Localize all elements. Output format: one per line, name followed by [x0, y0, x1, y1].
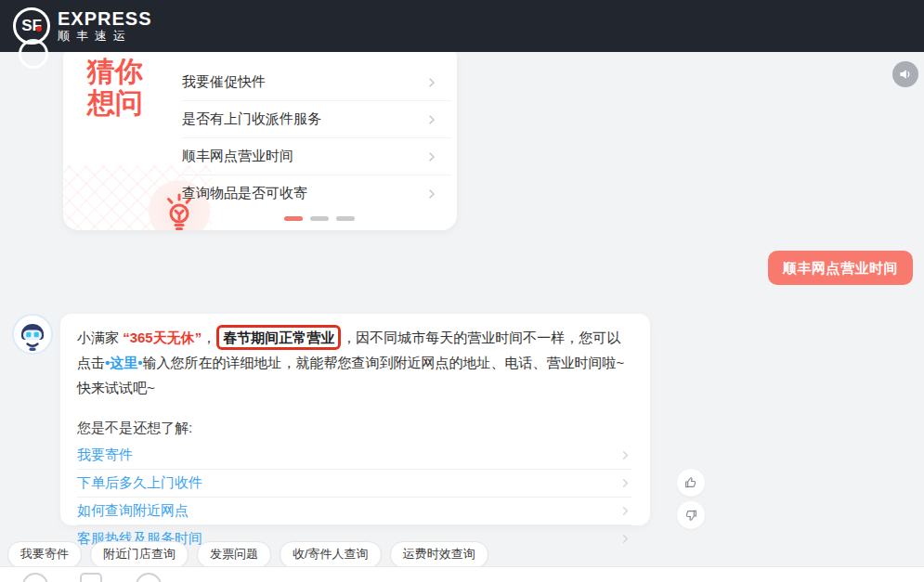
- chip-sender-recipient-search[interactable]: 收/寄件人查询: [280, 541, 382, 568]
- related-item-send-parcel[interactable]: 我要寄件: [77, 442, 631, 470]
- feedback-buttons: [677, 469, 705, 529]
- chevron-right-icon: [425, 188, 438, 200]
- guess-question-list: 我要催促快件 是否有上门收派件服务 顺丰网点营业时间 查询物品是否可收寄: [182, 64, 451, 212]
- card-pagination: [284, 216, 355, 221]
- scrolled-avatar-partial: [19, 39, 48, 69]
- toolbar-circle-icon[interactable]: [22, 573, 48, 582]
- chip-send-parcel[interactable]: 我要寄件: [7, 541, 82, 568]
- bot-message-card: 小满家 “365天无休”，春节期间正常营业，因不同城市每天的营业时间不一样，您可…: [60, 314, 650, 525]
- logo-express-text: EXPRESS: [58, 8, 151, 29]
- chevron-right-icon: [425, 113, 438, 126]
- thumbs-down-button[interactable]: [677, 501, 705, 529]
- guess-item-shippable-goods[interactable]: 查询物品是否可收寄: [182, 175, 451, 212]
- sf-logo-red-dot: [36, 26, 42, 32]
- app-header: SF EXPRESS 顺丰速运: [0, 0, 924, 52]
- msg-tail: 输入您所在的详细地址，就能帮您查询到附近网点的地址、电话、营业时间啦~快来试试吧…: [77, 355, 624, 395]
- user-message-row: 顺丰网点营业时间: [768, 251, 913, 285]
- pagination-dash[interactable]: [336, 216, 355, 221]
- guess-you-want-ask-card: 猜你 想问 我要催促快件 是否有上门收派件服务 顺丰网点营业时间 查询物品是否可…: [63, 52, 457, 230]
- quick-action-bar: 我要寄件 附近门店查询 发票问题 收/寄件人查询 运费时效查询: [7, 541, 488, 568]
- thumbs-up-button[interactable]: [677, 469, 705, 497]
- guess-item-branch-hours[interactable]: 顺丰网点营业时间: [182, 138, 451, 175]
- chip-freight-time-search[interactable]: 运费时效查询: [390, 541, 488, 568]
- msg-prefix: 小满家: [77, 330, 123, 345]
- sound-toggle-button[interactable]: [892, 61, 918, 87]
- input-toolbar-partial: [0, 566, 924, 582]
- chevron-right-icon: [619, 477, 631, 489]
- bot-avatar: [12, 314, 53, 355]
- chevron-right-icon: [425, 76, 438, 89]
- bot-message-text: 小满家 “365天无休”，春节期间正常营业，因不同城市每天的营业时间不一样，您可…: [77, 325, 631, 400]
- thumbs-down-icon: [683, 508, 698, 523]
- here-link[interactable]: 这里: [110, 355, 137, 370]
- pagination-dash[interactable]: [310, 216, 329, 221]
- thumbs-up-icon: [683, 475, 698, 490]
- speaker-icon: [898, 67, 913, 82]
- chevron-right-icon: [619, 505, 631, 517]
- chip-nearby-store-search[interactable]: 附近门店查询: [90, 541, 189, 568]
- toolbar-circle-icon[interactable]: [136, 573, 162, 582]
- logo-chinese-text: 顺丰速运: [58, 29, 151, 44]
- annotation-red-box: 春节期间正常营业: [216, 325, 341, 350]
- pagination-dash-active[interactable]: [284, 216, 303, 221]
- chevron-right-icon: [619, 533, 631, 545]
- toolbar-square-icon[interactable]: [80, 573, 102, 582]
- related-item-pickup-wait-time[interactable]: 下单后多久上门收件: [77, 470, 631, 498]
- related-question-list: 我要寄件 下单后多久上门收件 如何查询附近网点 客服热线及服务时间: [77, 442, 631, 552]
- user-message-bubble: 顺丰网点营业时间: [768, 251, 913, 285]
- chevron-right-icon: [619, 449, 631, 461]
- chip-invoice-issues[interactable]: 发票问题: [197, 541, 271, 568]
- chevron-right-icon: [425, 150, 438, 163]
- guess-card-title: 猜你 想问: [87, 56, 143, 119]
- msg-365-highlight: “365天无休”: [123, 330, 202, 345]
- guess-item-urge-parcel[interactable]: 我要催促快件: [182, 64, 451, 101]
- guess-item-door-pickup-service[interactable]: 是否有上门收派件服务: [182, 101, 451, 138]
- follow-up-label: 您是不是还想了解:: [77, 420, 631, 437]
- related-item-find-nearby-branch[interactable]: 如何查询附近网点: [77, 498, 631, 525]
- logo-text: EXPRESS 顺丰速运: [58, 8, 151, 44]
